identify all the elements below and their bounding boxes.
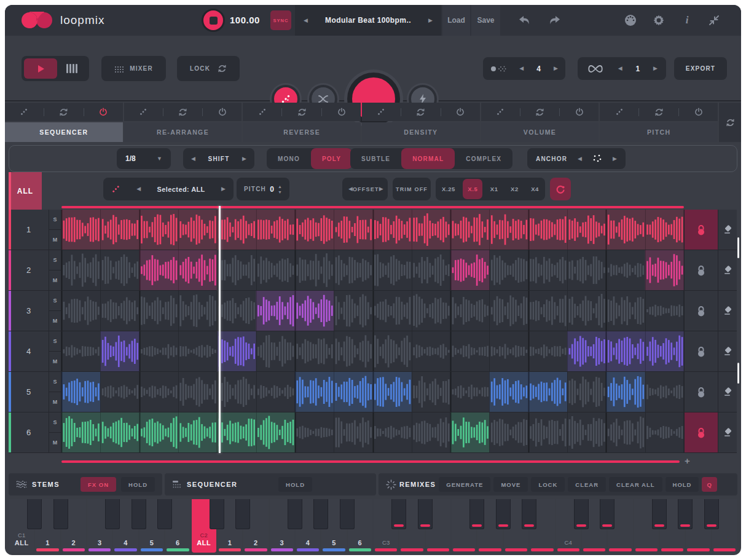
black-key[interactable] [157, 499, 172, 529]
black-key[interactable] [704, 499, 719, 529]
track-number-cell[interactable]: 6 [9, 412, 49, 452]
fx-randomize-dice-icon[interactable] [139, 108, 147, 116]
black-key[interactable] [496, 499, 511, 529]
black-key[interactable] [27, 499, 42, 529]
speed-x4[interactable]: X4 [526, 179, 544, 199]
offset-right-icon[interactable]: ▶ [379, 186, 383, 192]
black-key[interactable] [132, 499, 146, 529]
shift-right-icon[interactable]: ▶ [242, 156, 246, 162]
pattern-next-icon[interactable]: ▶ [554, 66, 558, 71]
loop-prev-icon[interactable]: ◀ [618, 66, 622, 71]
fx-reset-icon[interactable] [535, 108, 544, 117]
mute-button[interactable]: M [49, 392, 61, 412]
track-erase-button[interactable] [718, 372, 737, 412]
waveform-cells[interactable] [61, 291, 684, 331]
black-key[interactable] [652, 499, 667, 529]
fx-randomize-dice-icon[interactable] [496, 108, 505, 116]
solo-button[interactable]: S [49, 372, 61, 392]
mute-button[interactable]: M [49, 311, 61, 331]
fx-power-icon[interactable] [575, 108, 584, 116]
redo-button[interactable] [543, 5, 565, 36]
fx-tab-sequencer[interactable]: SEQUENCER [5, 122, 123, 142]
selected-next-icon[interactable]: ▶ [221, 186, 226, 192]
black-key[interactable] [469, 499, 484, 529]
fx-tab-reverse[interactable]: REVERSE [243, 122, 361, 142]
track-number-cell[interactable]: 1 [9, 210, 49, 250]
clear-button[interactable]: CLEAR [568, 477, 606, 492]
mute-button[interactable]: M [49, 352, 61, 371]
track-lock-button[interactable] [684, 372, 718, 412]
speed-x25[interactable]: X.25 [437, 179, 460, 199]
subtle-option[interactable]: SUBTLE [350, 148, 401, 169]
scrollbar-thumb[interactable] [737, 363, 739, 384]
track-erase-button[interactable] [718, 331, 737, 371]
fx-tab-pitch[interactable]: PITCH [600, 122, 718, 142]
waveform-cells[interactable] [61, 372, 684, 412]
fx-reset-icon[interactable] [178, 108, 187, 117]
fx-tab-volume[interactable]: VOLUME [481, 122, 599, 142]
track-lock-button[interactable] [684, 250, 718, 290]
offset-left-icon[interactable]: ◀ [348, 186, 353, 192]
select-all-cell[interactable]: ALL [9, 172, 42, 210]
fx-sync-all-button[interactable] [719, 103, 741, 142]
bpm-display[interactable]: 100.00 [230, 15, 260, 25]
move-button[interactable]: MOVE [493, 477, 528, 492]
complex-option[interactable]: COMPLEX [455, 148, 512, 169]
stop-button[interactable] [202, 9, 225, 32]
fx-power-icon[interactable] [456, 108, 465, 116]
clear-all-button[interactable]: CLEAR ALL [609, 477, 662, 492]
fx-randomize-dice-icon[interactable] [615, 108, 624, 116]
black-key[interactable] [600, 499, 614, 529]
anchor-next-icon[interactable]: ▶ [613, 156, 617, 162]
shift-left-icon[interactable]: ◀ [191, 156, 195, 162]
mute-button[interactable]: M [49, 433, 61, 452]
track-number-cell[interactable]: 4 [9, 331, 49, 371]
selection-dice-icon[interactable] [111, 184, 120, 194]
track-number-cell[interactable]: 5 [9, 372, 49, 412]
fx-reset-icon[interactable] [654, 108, 664, 117]
track-erase-button[interactable] [718, 291, 737, 331]
preset-next-icon[interactable]: ▶ [428, 18, 433, 23]
mute-button[interactable]: M [49, 270, 61, 290]
resize-icon[interactable] [703, 5, 725, 36]
mono-option[interactable]: MONO [267, 148, 311, 169]
speed-x2[interactable]: X2 [506, 179, 524, 199]
waveform-cells[interactable] [61, 250, 684, 290]
loop-length-bar[interactable] [61, 460, 680, 463]
black-key[interactable] [53, 499, 68, 529]
waveform-cells[interactable] [61, 331, 684, 371]
rotate-button[interactable] [550, 178, 571, 200]
track-number-cell[interactable]: 3 [9, 291, 49, 331]
mute-button[interactable]: M [49, 230, 61, 250]
black-key[interactable] [340, 499, 355, 529]
add-step-button[interactable]: + [685, 455, 690, 466]
trim-toggle[interactable]: TRIM OFF [393, 178, 431, 200]
black-key[interactable] [105, 499, 120, 529]
pitch-value[interactable]: 0 [270, 185, 274, 194]
generate-button[interactable]: GENERATE [439, 477, 490, 492]
preset-prev-icon[interactable]: ◀ [304, 18, 308, 23]
fx-power-icon[interactable] [99, 108, 108, 116]
solo-button[interactable]: S [49, 291, 61, 311]
track-erase-button[interactable] [718, 250, 737, 290]
preset-name[interactable]: Modular Beat 100bpm.. [325, 16, 411, 25]
export-button[interactable]: EXPORT [674, 57, 727, 80]
solo-button[interactable]: S [49, 210, 61, 230]
fx-reset-icon[interactable] [416, 108, 425, 117]
fx-tab-re-arrange[interactable]: RE-ARRANGE [124, 122, 242, 142]
speed-x1[interactable]: X1 [485, 179, 503, 199]
sync-toggle[interactable]: SYNC [270, 10, 291, 30]
fx-reset-icon[interactable] [297, 108, 307, 117]
track-lock-button[interactable] [684, 331, 718, 371]
track-lock-button[interactable] [684, 412, 718, 452]
poly-option[interactable]: POLY [311, 148, 352, 169]
remix-hold-toggle[interactable]: HOLD [666, 477, 699, 492]
track-erase-button[interactable] [718, 210, 737, 250]
fx-on-toggle[interactable]: FX ON [80, 477, 116, 492]
black-key[interactable] [522, 499, 536, 529]
save-button[interactable]: Save [471, 5, 500, 36]
black-key[interactable] [313, 499, 328, 529]
track-lock-button[interactable] [684, 210, 718, 250]
black-key[interactable] [391, 499, 406, 529]
black-key[interactable] [574, 499, 589, 529]
